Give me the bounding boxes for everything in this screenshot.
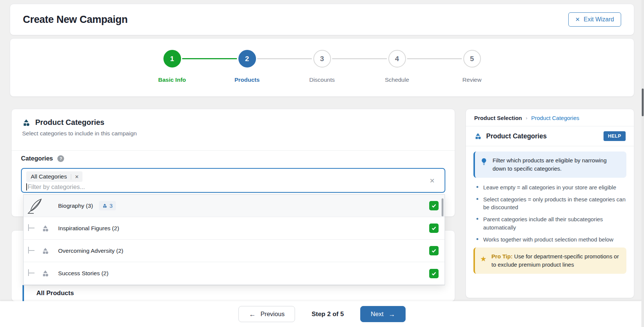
category-icon [22, 118, 30, 127]
arrow-left-icon: ← [249, 311, 256, 318]
help-bullet: Parent categories include all their subc… [476, 215, 626, 231]
next-label: Next [371, 310, 383, 318]
pro-tip-callout: ★ Pro Tip: Use for department-specific p… [473, 248, 626, 274]
badge-count: 3 [109, 202, 112, 209]
divider [12, 150, 455, 151]
wizard-header: Create New Campaign ✕ Exit Wizard [10, 4, 634, 35]
step-products[interactable]: 2 Products [210, 50, 285, 96]
checkbox-checked[interactable] [429, 246, 439, 255]
subcategory-count-badge: 3 [99, 201, 116, 210]
category-icon [474, 132, 482, 140]
step-label: Discounts [285, 76, 359, 83]
close-icon: ✕ [575, 16, 580, 23]
feather-icon [27, 197, 43, 215]
step-review[interactable]: 5 Review [434, 50, 509, 96]
category-option-success-stories[interactable]: Success Stories (2) [24, 262, 445, 285]
step-progress-text: Step 2 of 5 [312, 310, 344, 318]
pro-tip-text: Pro Tip: Use for department-specific pro… [491, 252, 621, 269]
all-products-label: All Products [36, 290, 74, 297]
checkmark-icon [431, 248, 437, 254]
info-callout: Filter which products are eligible by na… [473, 152, 626, 178]
section-title: Product Categories [35, 118, 104, 127]
option-label: Inspirational Figures (2) [58, 225, 119, 232]
option-label: Biography (3) [58, 202, 93, 209]
help-sidebar: Product Selection › Product Categories P… [466, 109, 634, 298]
step-schedule[interactable]: 4 Schedule [359, 50, 434, 96]
categories-multiselect[interactable]: All Categories ✕ ✕ [21, 168, 445, 193]
page-title: Create New Campaign [23, 14, 127, 26]
tree-branch-icon [28, 247, 35, 254]
category-option-biography[interactable]: Biography (3) 3 [24, 195, 445, 217]
tree-branch-icon [28, 224, 35, 231]
arrow-right-icon: → [388, 311, 395, 318]
step-circle: 4 [388, 50, 406, 68]
step-label: Basic Info [135, 76, 210, 83]
previous-button[interactable]: ← Previous [238, 306, 295, 322]
remove-chip-icon[interactable]: ✕ [71, 174, 83, 180]
previous-label: Previous [261, 310, 285, 318]
categories-field-label: Categories [21, 155, 53, 162]
help-badge[interactable]: HELP [604, 131, 626, 141]
category-option-overcoming-adversity[interactable]: Overcoming Adversity (2) [24, 240, 445, 262]
text-cursor [26, 183, 27, 190]
checkmark-icon [431, 202, 437, 209]
help-bullet-list: Leave empty = all categories in your sto… [476, 183, 626, 244]
help-bullet: Select categories = only products in the… [476, 195, 626, 212]
category-dropdown: Biography (3) 3 Inspirational Figures (2… [23, 194, 445, 285]
info-text: Filter which products are eligible by na… [493, 156, 621, 173]
breadcrumb: Product Selection › Product Categories [466, 109, 634, 126]
checkbox-checked[interactable] [429, 269, 439, 278]
step-circle: 1 [163, 50, 181, 68]
step-label: Products [210, 76, 285, 83]
checkmark-icon [431, 225, 437, 231]
tree-branch-icon [28, 269, 35, 276]
category-option-inspirational-figures[interactable]: Inspirational Figures (2) [24, 217, 445, 240]
exit-wizard-button[interactable]: ✕ Exit Wizard [568, 12, 621, 27]
category-icon [42, 270, 49, 277]
pro-tip-label: Pro Tip: [491, 253, 512, 260]
page-scrollbar[interactable] [641, 0, 644, 327]
lightbulb-icon [480, 158, 488, 166]
checkbox-checked[interactable] [429, 224, 439, 233]
sidebar-title: Product Categories [486, 132, 599, 140]
breadcrumb-parent: Product Selection [474, 115, 522, 121]
clear-selection-icon[interactable]: ✕ [430, 177, 435, 185]
option-label: Success Stories (2) [58, 270, 108, 277]
category-icon [42, 247, 49, 255]
step-basic-info[interactable]: 1 Basic Info [135, 50, 210, 96]
section-subtitle: Select categories to include in this cam… [22, 130, 444, 137]
category-icon [102, 203, 107, 208]
step-circle: 5 [463, 50, 481, 68]
category-icon [42, 225, 49, 232]
breadcrumb-current-link[interactable]: Product Categories [531, 115, 579, 121]
all-products-option[interactable]: All Products [22, 285, 445, 301]
dropdown-scrollbar-thumb[interactable] [442, 198, 443, 216]
step-indicator-bar: 1 Basic Info 2 Products 3 Discounts 4 Sc… [10, 38, 634, 97]
option-label: Overcoming Adversity (2) [58, 248, 123, 254]
chip-label: All Categories [31, 173, 67, 180]
help-bullet: Works together with product selection me… [476, 236, 626, 243]
step-label: Schedule [359, 76, 434, 83]
wizard-footer: ← Previous Step 2 of 5 Next → [0, 301, 644, 327]
checkbox-checked[interactable] [429, 201, 439, 210]
star-icon: ★ [480, 254, 487, 269]
page-scrollbar-thumb[interactable] [642, 88, 644, 116]
step-discounts[interactable]: 3 Discounts [285, 50, 359, 96]
chevron-right-icon: › [526, 115, 527, 121]
step-label: Review [434, 76, 509, 83]
next-button[interactable]: Next → [360, 306, 406, 322]
exit-wizard-label: Exit Wizard [584, 16, 614, 23]
step-circle: 2 [238, 50, 256, 68]
selected-category-chip: All Categories ✕ [26, 171, 82, 182]
step-circle: 3 [313, 50, 331, 68]
help-tooltip-icon[interactable]: ? [57, 155, 64, 162]
category-filter-input[interactable] [28, 183, 215, 190]
checkmark-icon [431, 270, 437, 277]
help-bullet: Leave empty = all categories in your sto… [476, 183, 626, 191]
